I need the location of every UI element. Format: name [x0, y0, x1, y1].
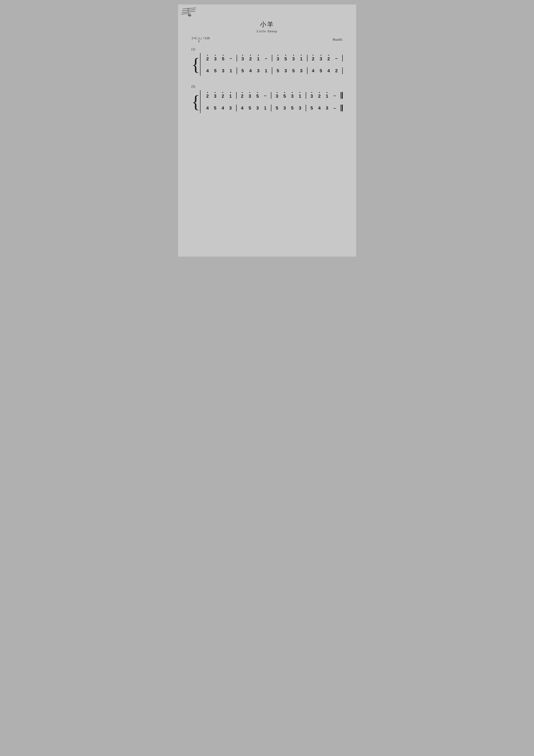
- lower-staff-2: 4 5 4 3 4 5 3 1: [202, 104, 343, 113]
- time-signature: 4 4: [198, 37, 199, 43]
- note: 5: [291, 68, 296, 73]
- dot-above: [277, 55, 278, 56]
- brace-symbol-1: {: [191, 53, 200, 76]
- key-label: 1=C: [191, 36, 197, 40]
- upper-measures-2: 2 3 2 1: [202, 92, 343, 99]
- s2-measure-1-upper: 2 3 2 1: [202, 92, 236, 99]
- svg-line-3: [181, 14, 187, 14]
- staves-1: 2 3 5 –: [202, 53, 343, 76]
- note: 5: [241, 68, 245, 73]
- dot-above: [320, 55, 321, 56]
- note: 4: [326, 68, 331, 73]
- time-sig-top: 4: [198, 37, 199, 40]
- note: 3: [228, 105, 233, 111]
- brace-symbol-2: {: [191, 90, 200, 113]
- dot-above: [276, 92, 277, 93]
- note: 1: [229, 68, 233, 73]
- note: 2: [317, 92, 321, 99]
- staff-separator-1: [202, 63, 343, 67]
- note-rest: –: [332, 105, 337, 111]
- s2-measure-1-lower: 4 5 4 3: [202, 105, 236, 111]
- note: 3: [310, 92, 314, 99]
- s2-measure-4-upper: 3 2 1 –: [306, 92, 341, 99]
- staff-brace-1: {: [191, 53, 201, 76]
- note-rest: –: [264, 55, 268, 61]
- svg-line-0: [183, 8, 196, 9]
- key-tempo-row: 1=C 4 4 ♩ =110 Huabli: [191, 36, 343, 43]
- key-info: 1=C 4 4 ♩ =110: [191, 36, 210, 43]
- dot-above: [215, 55, 216, 56]
- note: 3: [299, 68, 303, 73]
- note: 3: [290, 92, 294, 99]
- note: 1: [256, 55, 261, 62]
- note: 4: [248, 68, 253, 73]
- section-2: (5) { 2: [191, 85, 343, 113]
- note: 1: [263, 105, 267, 111]
- dot-above: [215, 92, 216, 93]
- note: 5: [213, 68, 217, 73]
- title-section: 小羊 Little Sheep: [191, 20, 343, 33]
- note: 5: [275, 105, 279, 111]
- dot-above: [249, 92, 250, 93]
- upper-staff-2: 2 3 2 1: [202, 90, 343, 100]
- dot-above: [293, 55, 294, 56]
- section-1: (1) { 2: [191, 48, 343, 76]
- staff-system-1: { 2 3: [191, 53, 343, 76]
- note: 3: [276, 55, 280, 62]
- note: 3: [221, 68, 225, 73]
- note: 5: [276, 68, 280, 73]
- dot-above: [328, 55, 329, 56]
- tempo-value: =110: [203, 36, 210, 40]
- dot-above: [223, 55, 224, 56]
- note: 3: [325, 105, 329, 111]
- corner-decoration: [180, 7, 198, 20]
- svg-point-4: [188, 14, 191, 16]
- measure-4-lower: 4 5 4 2: [308, 68, 342, 73]
- title-chinese: 小羊: [191, 20, 343, 29]
- dot-above: [299, 92, 300, 93]
- dot-above: [207, 92, 208, 93]
- note: 4: [205, 105, 210, 111]
- note: 2: [205, 92, 210, 99]
- s2-measure-2-upper: 2 3 5 –: [237, 92, 271, 99]
- dot-above: [222, 92, 223, 93]
- s2-measure-3-lower: 5 3 5 3: [271, 105, 306, 111]
- note: 4: [311, 68, 315, 73]
- measure-3-lower: 5 3 5 3: [272, 68, 307, 73]
- note: 1: [325, 92, 329, 99]
- barline-thin: [341, 105, 341, 111]
- note: 1: [228, 92, 233, 99]
- note: 1: [298, 92, 302, 99]
- dot-above: [292, 92, 293, 93]
- dot-above: [285, 55, 286, 56]
- note: 2: [326, 55, 331, 62]
- note: 5: [319, 68, 323, 73]
- note: 2: [248, 55, 253, 62]
- dot-above: [301, 55, 302, 56]
- time-sig-bottom: 4: [198, 40, 199, 43]
- dot-above: [326, 92, 327, 93]
- measure-3-upper: 3 5 3 1: [272, 55, 307, 62]
- note: 3: [213, 92, 217, 99]
- note: 2: [311, 55, 315, 62]
- note: 5: [248, 105, 252, 111]
- barline: [342, 55, 343, 62]
- staff-system-2: { 2 3: [191, 90, 343, 113]
- s2-measure-3-upper: 3 5 3 1: [271, 92, 306, 99]
- note: 5: [213, 105, 217, 111]
- staff-separator-2: [202, 100, 343, 104]
- note: 3: [319, 55, 323, 62]
- note-rest: –: [263, 93, 267, 98]
- barline: [342, 68, 343, 74]
- note: 3: [275, 92, 279, 99]
- note-rest: –: [332, 93, 337, 98]
- staff-brace-2: {: [191, 90, 201, 113]
- dot-above: [242, 55, 243, 56]
- initial-barline-1: [200, 53, 200, 76]
- staves-2: 2 3 2 1: [202, 90, 343, 113]
- note-rest: –: [229, 55, 233, 61]
- note: 5: [290, 105, 294, 111]
- dot-above: [284, 92, 285, 93]
- dot-above: [258, 55, 259, 56]
- measure-1-lower: 4 5 3 1: [202, 68, 237, 73]
